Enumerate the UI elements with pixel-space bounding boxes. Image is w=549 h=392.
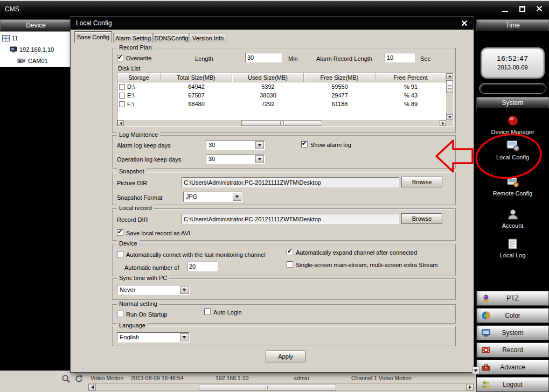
horizontal-scrollbar[interactable] <box>88 383 474 391</box>
tab-base-config[interactable]: Base Config <box>74 31 112 43</box>
chevron-down-icon <box>258 144 262 146</box>
dialog-close-button[interactable] <box>460 19 469 27</box>
dropdown-button[interactable] <box>233 193 241 201</box>
dropdown-button[interactable] <box>255 155 264 163</box>
ptz-icon <box>481 293 491 303</box>
table-row[interactable]: F:\ 68480 7292 61188 % 89 <box>117 100 453 108</box>
record-dir-browse-button[interactable]: Browse <box>401 213 442 224</box>
tab-version-info[interactable]: Version Info <box>190 33 226 43</box>
tree-item-device[interactable]: 192.168.1.10 <box>10 45 54 54</box>
local-record-group: Local record Record DIR Browse Save loca… <box>112 208 456 241</box>
nav-button-record[interactable]: Record <box>476 342 549 358</box>
apply-button[interactable]: Apply <box>266 351 305 362</box>
scroll-right-button[interactable] <box>440 120 446 126</box>
tab-ddns-config[interactable]: DDNSConfig <box>154 33 189 43</box>
dropdown-button[interactable] <box>255 141 264 149</box>
tree-item-camera[interactable]: CAM01 <box>17 57 48 65</box>
nav-button-color[interactable]: Color <box>476 308 549 323</box>
local-config-icon <box>506 138 520 152</box>
picture-dir-browse-button[interactable]: Browse <box>401 177 442 187</box>
system-item-local-config[interactable]: Local Config <box>476 138 549 160</box>
dropdown-button[interactable] <box>180 286 189 294</box>
clock-display: 16:52:47 2013-08-09 <box>481 47 545 79</box>
length-input[interactable] <box>245 53 282 62</box>
disk-list-label: Disk List <box>118 65 141 72</box>
operation-log-keep-days-label: Operation log keep days <box>117 156 181 163</box>
tree-item-root[interactable]: 11 <box>2 34 18 43</box>
chevron-down-icon <box>258 158 262 160</box>
scroll-left-button[interactable] <box>88 384 96 390</box>
disk-checkbox[interactable] <box>119 101 125 107</box>
dropdown-button[interactable] <box>180 333 189 341</box>
overwrite-checkbox[interactable] <box>117 55 123 61</box>
automatic-number-input[interactable] <box>187 262 218 271</box>
minimize-icon <box>502 11 508 12</box>
scroll-down-button[interactable] <box>472 367 479 374</box>
column-header[interactable]: Total Size(MB) <box>161 73 232 82</box>
device-panel-header[interactable]: Device <box>0 19 72 31</box>
scroll-up-button[interactable] <box>446 73 453 79</box>
system-item-remote-config[interactable]: Remote Config <box>476 176 549 197</box>
system-item-account[interactable]: Account <box>476 208 549 229</box>
scroll-right-button[interactable] <box>466 384 474 390</box>
scroll-thumb[interactable] <box>241 120 322 126</box>
column-header[interactable]: Free Size(MB) <box>304 73 376 82</box>
system-item-local-log[interactable]: Local Log <box>476 237 549 258</box>
tab-alarm-setting[interactable]: Alarm Setting <box>113 33 153 43</box>
disk-checkbox[interactable] <box>119 84 125 90</box>
alarm-log-keep-days-select[interactable]: 30 <box>206 140 265 150</box>
time-panel-header[interactable]: Time <box>476 19 549 31</box>
auto-connect-checkbox[interactable] <box>117 251 123 257</box>
normal-setting-group: Normal setting Run On Startup Auto Login <box>112 304 456 324</box>
nav-button-logout[interactable]: Logout <box>476 377 549 392</box>
nav-button-ptz[interactable]: PTZ <box>476 291 549 306</box>
scroll-thumb[interactable] <box>199 384 336 390</box>
single-screen-checkbox[interactable] <box>287 261 293 268</box>
scroll-left-button[interactable] <box>117 120 124 126</box>
arrow-down-icon <box>448 116 451 118</box>
alarm-record-length-input[interactable] <box>385 53 415 62</box>
device-legend: Device <box>117 240 140 247</box>
operation-log-keep-days-select[interactable]: 30 <box>206 154 265 164</box>
sync-time-legend: Sync time with PC <box>117 275 169 281</box>
language-select[interactable]: English <box>117 332 190 342</box>
scroll-thumb[interactable] <box>446 80 453 93</box>
maximize-button[interactable] <box>518 4 526 13</box>
system-item-device-manager[interactable]: Device Manager <box>476 114 549 135</box>
chevron-down-icon <box>235 195 239 198</box>
close-button[interactable] <box>535 4 544 13</box>
system-panel-header[interactable]: System <box>476 97 549 109</box>
log-maintence-group: Log Maintence Alarm log keep days 30 Sho… <box>112 135 456 169</box>
show-alarm-log-checkbox[interactable] <box>301 141 308 148</box>
close-icon <box>536 5 543 12</box>
table-horizontal-scrollbar[interactable] <box>117 120 446 126</box>
arrow-right-icon <box>442 121 444 124</box>
scroll-down-button[interactable] <box>446 114 453 120</box>
snapshot-format-select[interactable]: JPG <box>183 192 242 202</box>
normal-setting-legend: Normal setting <box>117 300 159 307</box>
nav-button-system[interactable]: System <box>476 325 549 340</box>
device-group: Device Automatically connet with the las… <box>112 244 456 276</box>
volume-bar[interactable] <box>479 83 546 94</box>
table-row[interactable]: D:\ 64942 5392 59550 % 91 <box>117 82 453 91</box>
disk-checkbox[interactable] <box>119 93 125 99</box>
log-row[interactable]: Video Motion 2013-08-09 16:48:54 192.168… <box>0 375 474 382</box>
run-on-startup-checkbox[interactable] <box>117 311 123 317</box>
auto-expand-checkbox[interactable] <box>287 249 293 255</box>
column-header[interactable]: Storage <box>117 73 161 82</box>
chevron-down-icon <box>182 289 186 291</box>
log-detail: Channel 1 Video Motion <box>351 375 412 381</box>
minimize-button[interactable] <box>501 4 509 13</box>
sync-time-select[interactable]: Never <box>117 285 190 295</box>
table-row[interactable]: E:\ 67507 38030 29477 % 43 <box>117 91 453 100</box>
auto-login-label: Auto Login <box>213 309 242 316</box>
table-vertical-scrollbar[interactable] <box>446 73 453 120</box>
column-header[interactable]: Free Percent <box>376 73 446 82</box>
auto-login-checkbox[interactable] <box>204 309 211 315</box>
nav-button-advance[interactable]: Advance <box>476 360 549 375</box>
picture-dir-input[interactable] <box>182 177 399 187</box>
record-dir-input[interactable] <box>182 214 399 224</box>
log-time: 2013-08-09 16:48:54 <box>131 375 184 381</box>
save-avi-checkbox[interactable] <box>117 229 123 236</box>
column-header[interactable]: Used Size(MB) <box>232 73 304 82</box>
